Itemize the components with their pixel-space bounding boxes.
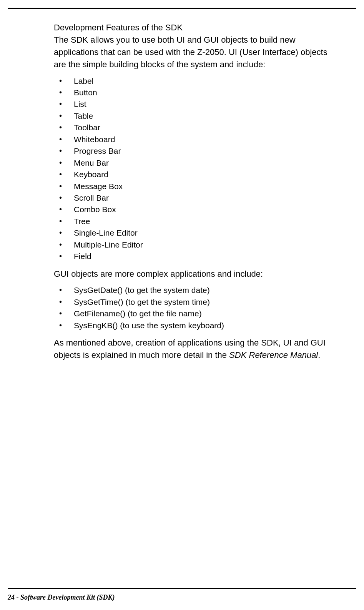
gui-objects-list: SysGetDate() (to get the system date)Sys…: [54, 284, 340, 331]
closing-paragraph: As mentioned above, creation of applicat…: [54, 337, 340, 361]
page-content: Development Features of the SDK The SDK …: [54, 22, 340, 361]
list-item: Toolbar: [54, 122, 340, 133]
list-item: Multiple-Line Editor: [54, 239, 340, 251]
list-item: Button: [54, 87, 340, 98]
list-item: GetFilename() (to get the file name): [54, 308, 340, 319]
list-item: List: [54, 98, 340, 110]
gui-intro: GUI objects are more complex application…: [54, 268, 340, 280]
list-item: Menu Bar: [54, 157, 340, 169]
bottom-rule: [8, 588, 356, 589]
intro-paragraph: The SDK allows you to use both UI and GU…: [54, 34, 340, 71]
list-item: SysEngKB() (to use the system keyboard): [54, 320, 340, 331]
list-item: Field: [54, 251, 340, 262]
list-item: Keyboard: [54, 169, 340, 180]
list-item: Label: [54, 75, 340, 87]
list-item: Single-Line Editor: [54, 227, 340, 239]
section-heading: Development Features of the SDK: [54, 22, 340, 34]
list-item: Tree: [54, 216, 340, 227]
top-rule: [8, 8, 356, 9]
list-item: Combo Box: [54, 204, 340, 215]
list-item: Scroll Bar: [54, 192, 340, 204]
page-footer: 24 - Software Development Kit (SDK): [8, 593, 115, 602]
closing-italic: SDK Reference Manual: [229, 350, 318, 360]
list-item: Whiteboard: [54, 134, 340, 145]
list-item: Table: [54, 110, 340, 122]
list-item: SysGetDate() (to get the system date): [54, 284, 340, 296]
list-item: SysGetTime() (to get the system time): [54, 296, 340, 308]
list-item: Message Box: [54, 181, 340, 192]
ui-objects-list: LabelButtonListTableToolbarWhiteboardPro…: [54, 75, 340, 263]
closing-post: .: [318, 350, 320, 360]
list-item: Progress Bar: [54, 145, 340, 157]
